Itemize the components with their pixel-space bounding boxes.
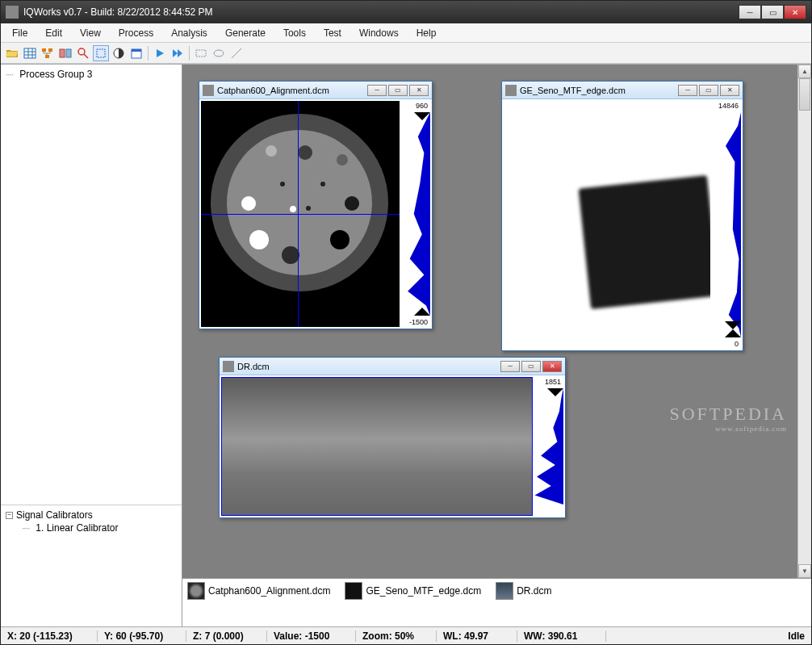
sub-maximize-button[interactable]: ▭ (699, 85, 718, 96)
main-area: Process Group 3 − Signal Calibrators 1. … (1, 64, 811, 626)
tree-processes[interactable]: Process Group 3 (1, 65, 182, 505)
svg-rect-3 (45, 55, 49, 58)
hist-max-label: 1851 (543, 377, 563, 387)
tree-label: 1. Linear Calibrator (36, 522, 118, 534)
hist-max-label: 14846 (717, 101, 740, 111)
sub-minimize-button[interactable]: ─ (678, 85, 697, 96)
thumbnail-image (345, 582, 362, 600)
svg-rect-1 (42, 48, 46, 52)
menu-edit[interactable]: Edit (37, 26, 70, 40)
toolbar (1, 43, 811, 64)
app-window: IQWorks v0.7 - Build: 8/22/2012 8:44:52 … (0, 0, 812, 645)
subwindow-ge-seno[interactable]: GE_Seno_MTF_edge.dcm ─ ▭ ✕ 14846 (501, 81, 743, 351)
svg-point-12 (214, 50, 224, 57)
close-button[interactable]: ✕ (784, 5, 806, 19)
tree-calibrators[interactable]: − Signal Calibrators 1. Linear Calibrato… (1, 505, 182, 626)
status-idle: Idle (788, 630, 805, 642)
subwindow-title: DR.dcm (237, 362, 500, 371)
zoom-icon[interactable] (75, 45, 91, 61)
menu-process[interactable]: Process (111, 26, 161, 40)
tree-item-process-group[interactable]: Process Group 3 (6, 68, 177, 81)
window-title: IQWorks v0.7 - Build: 8/22/2012 8:44:52 … (23, 6, 739, 18)
image-viewport[interactable] (201, 101, 400, 327)
mdi-scrollbar[interactable]: ▲ ▼ (797, 65, 811, 578)
menu-analysis[interactable]: Analysis (163, 26, 216, 40)
sub-close-button[interactable]: ✕ (542, 361, 562, 372)
scroll-up-icon[interactable]: ▲ (798, 65, 811, 78)
sub-close-button[interactable]: ✕ (720, 85, 739, 96)
menu-generate[interactable]: Generate (217, 26, 274, 40)
status-y: Y: 60 (-95.70) (104, 630, 163, 642)
image-viewport[interactable] (221, 377, 533, 516)
subwindow-titlebar[interactable]: Catphan600_Alignment.dcm ─ ▭ ✕ (199, 82, 432, 99)
app-icon (6, 6, 19, 19)
thumbnail-item[interactable]: DR.dcm (496, 582, 551, 600)
table-icon[interactable] (22, 45, 38, 61)
compare-icon[interactable] (57, 45, 73, 61)
menu-help[interactable]: Help (408, 26, 445, 40)
thumbnail-label: GE_Seno_MTF_edge.dcm (366, 585, 481, 597)
status-z: Z: 7 (0.000) (193, 630, 244, 642)
menu-test[interactable]: Test (316, 26, 349, 40)
thumbnail-item[interactable]: Catphan600_Alignment.dcm (187, 582, 330, 600)
select-icon[interactable] (93, 45, 109, 61)
hist-max-label: 960 (414, 101, 429, 111)
histogram-panel[interactable]: 14846 0 (710, 101, 741, 349)
subwindow-titlebar[interactable]: DR.dcm ─ ▭ ✕ (220, 358, 565, 375)
tree-item-linear-calibrator[interactable]: 1. Linear Calibrator (22, 521, 177, 534)
forward-icon[interactable] (170, 45, 186, 61)
tree-label: Process Group 3 (19, 69, 92, 80)
subwindow-titlebar[interactable]: GE_Seno_MTF_edge.dcm ─ ▭ ✕ (502, 82, 743, 99)
sub-maximize-button[interactable]: ▭ (521, 361, 541, 372)
thumbnail-label: Catphan600_Alignment.dcm (208, 585, 330, 597)
sub-minimize-button[interactable]: ─ (500, 361, 520, 372)
image-icon (223, 361, 234, 372)
subwindow-title: Catphan600_Alignment.dcm (217, 86, 367, 95)
svg-rect-11 (196, 50, 206, 57)
svg-rect-2 (48, 48, 52, 52)
thumbnail-strip: Catphan600_Alignment.dcm GE_Seno_MTF_edg… (182, 578, 811, 626)
open-icon[interactable] (4, 45, 20, 61)
menu-windows[interactable]: Windows (351, 26, 407, 40)
histogram-panel[interactable]: 960 -1500 (400, 101, 430, 327)
svg-point-6 (78, 48, 85, 55)
play-icon[interactable] (152, 45, 168, 61)
tree-label: Signal Calibrators (16, 509, 93, 521)
mdi-area[interactable]: Catphan600_Alignment.dcm ─ ▭ ✕ (182, 65, 811, 578)
scroll-down-icon[interactable]: ▼ (798, 564, 811, 578)
menu-file[interactable]: File (4, 26, 36, 40)
tree-icon[interactable] (40, 45, 56, 61)
thumbnail-image (496, 582, 513, 600)
scroll-thumb[interactable] (799, 78, 810, 111)
thumbnail-item[interactable]: GE_Seno_MTF_edge.dcm (345, 582, 481, 600)
sub-maximize-button[interactable]: ▭ (388, 85, 408, 96)
contrast-icon[interactable] (111, 45, 127, 61)
toolbar-separator (189, 46, 190, 61)
image-viewport[interactable] (504, 101, 710, 349)
sub-minimize-button[interactable]: ─ (367, 85, 387, 96)
minimize-button[interactable]: ─ (739, 5, 761, 19)
line-icon[interactable] (228, 45, 245, 61)
subwindow-dr[interactable]: DR.dcm ─ ▭ ✕ 1851 (219, 357, 566, 518)
menu-tools[interactable]: Tools (275, 26, 314, 40)
sub-close-button[interactable]: ✕ (409, 85, 429, 96)
tree-item-calibrators-root[interactable]: − Signal Calibrators (6, 509, 177, 521)
subwindow-catphan[interactable]: Catphan600_Alignment.dcm ─ ▭ ✕ (199, 81, 433, 329)
histogram-panel[interactable]: 1851 (533, 377, 563, 516)
hist-min-label: 0 (733, 339, 740, 349)
status-ww: WW: 390.61 (524, 630, 577, 642)
svg-rect-10 (132, 49, 141, 52)
toolbar-separator (148, 46, 149, 61)
menu-view[interactable]: View (72, 26, 109, 40)
tree-toggle-icon[interactable]: − (6, 512, 13, 519)
svg-rect-7 (97, 49, 105, 57)
watermark: SOFTPEDIA (669, 404, 787, 425)
ellipse-icon[interactable] (211, 45, 227, 61)
region-icon[interactable] (193, 45, 209, 61)
menubar: File Edit View Process Analysis Generate… (1, 23, 811, 43)
titlebar[interactable]: IQWorks v0.7 - Build: 8/22/2012 8:44:52 … (1, 1, 811, 23)
status-x: X: 20 (-115.23) (7, 630, 73, 642)
maximize-button[interactable]: ▭ (761, 5, 784, 19)
calendar-icon[interactable] (128, 45, 144, 61)
image-icon (505, 85, 517, 96)
